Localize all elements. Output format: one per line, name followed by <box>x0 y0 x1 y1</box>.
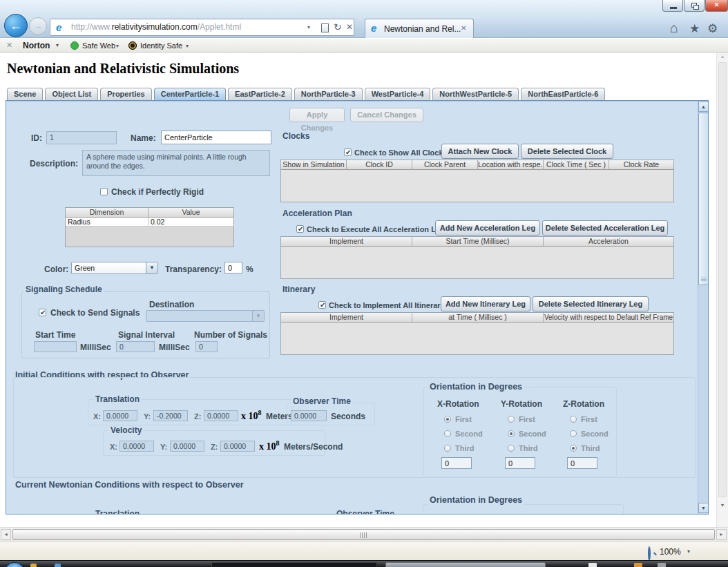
back-button[interactable]: ← <box>4 14 28 37</box>
compatibility-view-icon[interactable] <box>321 23 329 32</box>
acceleration-table[interactable]: Implement Start Time (Millisec) Accelera… <box>280 236 674 279</box>
itin-col-implement[interactable]: Implement <box>281 313 412 323</box>
add-acceleration-leg-button[interactable]: Add New Acceleration Leg <box>435 220 540 236</box>
minimize-button[interactable] <box>662 0 683 12</box>
itinerary-table[interactable]: Implement at Time ( Millisec ) Velocity … <box>280 312 674 355</box>
y-rotation-third-radio[interactable] <box>508 445 515 452</box>
hscrollbar-thumb[interactable] <box>12 529 715 540</box>
norton-close-icon[interactable]: ✕ <box>6 41 12 50</box>
z-rotation-value-field[interactable] <box>567 457 597 469</box>
favorites-icon[interactable]: ★ <box>689 22 700 36</box>
y-rotation-first-radio[interactable] <box>508 416 515 423</box>
page-scrollbar-thumb[interactable] <box>718 62 727 497</box>
scroll-down-button[interactable]: ▼ <box>698 503 709 513</box>
taskbar-active-window-button[interactable] <box>211 562 377 567</box>
tools-gear-icon[interactable]: ⚙ <box>707 22 718 36</box>
execute-acceleration-checkbox[interactable] <box>296 225 304 233</box>
x-rotation-third-radio[interactable] <box>444 445 451 452</box>
forward-button[interactable]: → <box>29 17 47 35</box>
perfectly-rigid-checkbox[interactable] <box>100 188 108 195</box>
clocks-col-location[interactable]: Location with respe.. <box>478 160 544 170</box>
add-itinerary-leg-button[interactable]: Add New Itinerary Leg <box>441 296 530 311</box>
start-orb-icon[interactable] <box>4 562 25 567</box>
tab-westparticle-4[interactable]: WestParticle-4 <box>365 88 431 100</box>
tray-icon-2[interactable] <box>634 563 642 567</box>
scroll-up-button[interactable]: ▲ <box>698 102 709 112</box>
browser-tab[interactable]: e Newtonian and Rel... ✕ <box>365 19 474 38</box>
tab-close-icon[interactable]: ✕ <box>461 24 466 32</box>
clocks-col-time[interactable]: Clock Time ( Sec ) <box>544 160 609 170</box>
home-icon[interactable]: ⌂ <box>670 21 678 35</box>
name-field[interactable] <box>161 131 271 144</box>
tray-icon[interactable] <box>588 563 597 567</box>
cancel-changes-button[interactable]: Cancel Changes <box>350 108 423 122</box>
clocks-col-show[interactable]: Show in Simulation <box>281 160 347 170</box>
z-rotation-second-radio[interactable] <box>570 430 577 437</box>
page-horizontal-scrollbar[interactable]: ◄ ► <box>0 527 728 541</box>
clocks-col-rate[interactable]: Clock Rate <box>609 160 673 170</box>
tab-centerparticle-1[interactable]: CenterParticle-1 <box>154 88 226 100</box>
show-all-clocks-checkbox[interactable] <box>344 148 352 156</box>
page-scroll-up-icon[interactable]: ▲ <box>718 54 727 59</box>
x-rotation-value-field[interactable] <box>441 457 472 469</box>
tab-northwestparticle-5[interactable]: NorthWestParticle-5 <box>432 88 519 100</box>
table-row[interactable]: Radius 0.02 <box>66 218 233 227</box>
color-dropdown[interactable]: Green ▼ <box>71 262 158 274</box>
scroll-right-button[interactable]: ► <box>716 529 727 540</box>
implement-itineraries-checkbox[interactable] <box>318 301 326 309</box>
norton-menu[interactable]: Norton <box>23 41 50 50</box>
transparency-field[interactable] <box>224 262 242 273</box>
clocks-col-id[interactable]: Clock ID <box>347 160 412 170</box>
close-button[interactable]: ✕ <box>705 0 728 12</box>
taskbar-window-button[interactable] <box>385 562 546 567</box>
pinned-app-icon[interactable] <box>30 564 37 567</box>
clocks-col-parent[interactable]: Clock Parent <box>412 160 478 170</box>
attach-new-clock-button[interactable]: Attach New Clock <box>441 144 519 159</box>
color-dropdown-arrow-icon[interactable]: ▼ <box>146 262 157 273</box>
dimension-cell[interactable]: Radius <box>66 218 149 227</box>
safe-web-menu[interactable]: Safe Web <box>82 41 115 50</box>
applet-vertical-scrollbar[interactable]: ▲ ▼ <box>698 101 709 514</box>
dimension-col-header[interactable]: Dimension <box>66 208 149 218</box>
x-rotation-second-radio[interactable] <box>444 430 451 437</box>
zoom-dropdown-icon[interactable]: ▾ <box>687 548 690 555</box>
y-rotation-second-radio[interactable] <box>508 430 515 437</box>
tab-object-list[interactable]: Object List <box>45 88 98 100</box>
value-col-header[interactable]: Value <box>149 208 233 218</box>
value-cell[interactable]: 0.02 <box>149 218 233 227</box>
delete-itinerary-leg-button[interactable]: Delete Selected Itinerary Leg <box>533 296 649 311</box>
address-bar[interactable]: e http://www.relativitysimulation.com/Ap… <box>50 19 354 36</box>
accel-col-acceleration[interactable]: Acceleration <box>544 237 673 247</box>
url-text[interactable]: http://www.relativitysimulation.com/Appl… <box>71 19 241 35</box>
accel-col-start-time[interactable]: Start Time (Millisec) <box>412 237 544 247</box>
address-dropdown-icon[interactable]: ▾ <box>307 19 310 35</box>
scrollbar-thumb[interactable] <box>698 113 709 285</box>
zoom-level[interactable]: 100% <box>660 547 681 557</box>
dimension-table[interactable]: Dimension Value Radius 0.02 <box>65 207 234 247</box>
scroll-left-button[interactable]: ◄ <box>1 529 11 540</box>
tab-northeastparticle-6[interactable]: NorthEastParticle-6 <box>521 88 605 100</box>
restore-button[interactable] <box>684 0 705 12</box>
pinned-app2-icon[interactable] <box>55 564 61 567</box>
send-signals-checkbox[interactable] <box>39 309 46 316</box>
delete-selected-clock-button[interactable]: Delete Selected Clock <box>521 144 613 159</box>
destination-dropdown[interactable]: ▼ <box>146 310 265 322</box>
tab-properties[interactable]: Properties <box>100 88 151 100</box>
tab-northparticle-3[interactable]: NorthParticle-3 <box>294 88 363 100</box>
itin-col-velocity[interactable]: Velocity with respect to Default Ref Fra… <box>544 313 673 323</box>
accel-col-implement[interactable]: Implement <box>281 237 412 247</box>
tab-eastparticle-2[interactable]: EastParticle-2 <box>228 88 292 100</box>
x-rotation-first-radio[interactable] <box>444 416 451 423</box>
tab-scene[interactable]: Scene <box>7 88 43 100</box>
apply-changes-button[interactable]: Apply Changes <box>289 108 345 122</box>
page-vertical-scrollbar[interactable]: ▲ ▼ <box>716 52 728 527</box>
tray-icon-3[interactable] <box>658 563 666 567</box>
stop-icon[interactable]: ✕ <box>346 19 353 35</box>
identity-safe-menu[interactable]: Identity Safe <box>140 41 182 50</box>
z-rotation-third-radio[interactable] <box>570 445 577 452</box>
itin-col-time[interactable]: at Time ( Millisec ) <box>412 313 544 323</box>
clocks-table[interactable]: Show in Simulation Clock ID Clock Parent… <box>280 160 674 202</box>
page-scroll-down-icon[interactable]: ▼ <box>718 503 727 508</box>
delete-acceleration-leg-button[interactable]: Delete Selected Acceleration Leg <box>542 220 668 236</box>
z-rotation-first-radio[interactable] <box>570 416 577 423</box>
